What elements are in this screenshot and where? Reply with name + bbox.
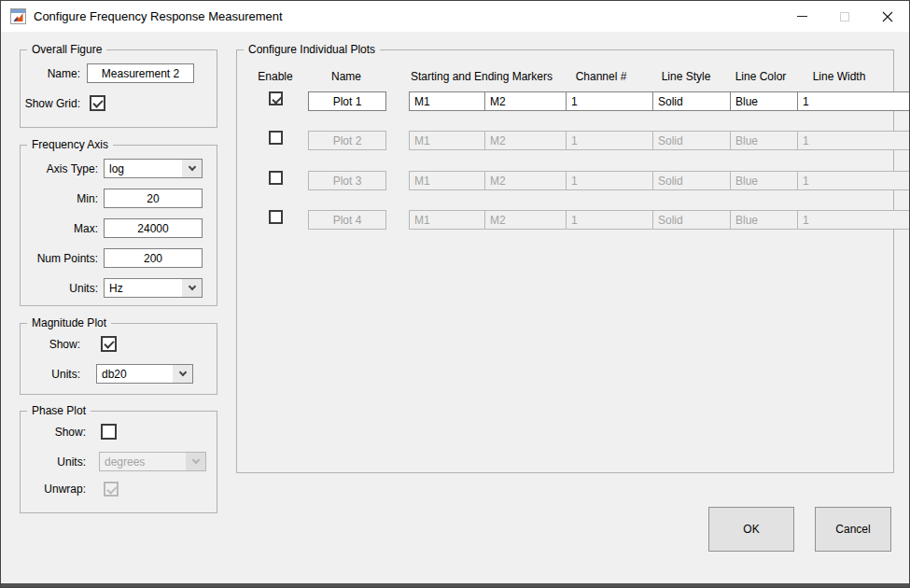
plot1-line-width-dropdown[interactable]: 1 [797,91,910,111]
title-bar: Configure Frequency Response Measurement [1,1,909,32]
unwrap-checkbox [104,482,119,497]
max-label: Max: [21,222,104,235]
plot4-enable-checkbox[interactable] [269,210,283,224]
phase-units-dropdown: degrees [99,452,206,471]
window-bottom-edge [1,583,909,587]
matlab-figure-icon [10,8,26,24]
plot-row-4: M1 M2 1 Solid [237,210,893,231]
close-button[interactable] [866,1,909,32]
magnitude-units-dropdown[interactable]: db20 [96,364,193,384]
header-line-color: Line Color [735,70,787,83]
minimize-button[interactable] [780,1,823,32]
individual-plots-group: Configure Individual Plots Enable Name S… [236,49,894,473]
window-controls [780,1,909,32]
overall-figure-group: Overall Figure Name: Show Grid: [20,49,217,128]
chevron-down-icon [186,453,205,470]
unwrap-label: Unwrap: [21,483,91,496]
minimize-icon [797,16,807,17]
phase-units-label: Units: [21,455,91,469]
magnitude-units-value: db20 [97,365,173,383]
phase-show-label: Show: [21,426,91,439]
plot3-enable-checkbox[interactable] [269,171,283,185]
header-line-style: Line Style [662,70,711,83]
phase-plot-group: Phase Plot Show: Units: degrees Unwrap: [20,411,217,513]
header-channel: Channel # [576,70,627,83]
cancel-button[interactable]: Cancel [815,507,891,552]
plot1-line-width-value: 1 [798,92,910,110]
plot2-line-width-value: 1 [798,132,910,149]
header-name: Name [331,70,361,83]
overall-figure-title: Overall Figure [27,43,106,56]
num-points-label: Num Points: [21,252,104,265]
phase-plot-title: Phase Plot [27,404,91,417]
plot2-name-input [308,131,386,150]
frequency-axis-title: Frequency Axis [27,138,113,151]
magnitude-plot-group: Magnitude Plot Show: Units: db20 [20,323,217,395]
plot-row-3: M1 M2 1 Solid [237,171,893,191]
axis-type-label: Axis Type: [21,162,104,175]
plot4-line-width-value: 1 [798,211,910,229]
magnitude-plot-title: Magnitude Plot [27,316,111,329]
num-points-input[interactable] [104,248,203,268]
plot3-line-width-value: 1 [798,172,910,189]
plot4-name-input [308,210,386,230]
min-input[interactable] [104,189,203,208]
magnitude-units-label: Units: [21,368,86,381]
header-enable: Enable [258,70,292,83]
plot1-name-input[interactable] [308,91,386,111]
figure-name-input[interactable] [87,63,194,83]
plot4-line-width-dropdown: 1 [797,210,910,230]
phase-units-value: degrees [100,453,186,470]
axis-type-value: log [105,160,182,177]
plot3-line-width-dropdown: 1 [797,171,910,190]
plot2-enable-checkbox[interactable] [269,131,283,145]
window-title: Configure Frequency Response Measurement [34,9,283,23]
chevron-down-icon [182,160,202,177]
maximize-icon [840,12,849,21]
show-grid-checkbox[interactable] [90,95,105,111]
phase-show-checkbox[interactable] [101,424,117,440]
plot2-line-width-dropdown: 1 [797,131,910,150]
maximize-button [823,1,866,32]
show-grid-label: Show Grid: [21,97,86,110]
plot1-enable-checkbox[interactable] [269,91,283,105]
dialog-body: Overall Figure Name: Show Grid: Frequenc… [1,32,909,583]
ok-button[interactable]: OK [708,507,794,552]
frequency-axis-group: Frequency Axis Axis Type: log Min: Max: [20,145,217,306]
dialog-window: Configure Frequency Response Measurement… [0,0,910,588]
plot3-name-input [308,171,386,190]
freq-units-value: Hz [105,279,182,297]
min-label: Min: [21,192,104,205]
header-line-width: Line Width [813,70,866,83]
magnitude-show-label: Show: [21,338,86,351]
name-label: Name: [21,67,86,80]
max-input[interactable] [104,218,203,238]
axis-type-dropdown[interactable]: log [104,159,203,178]
plot-row-1: M1 M2 1 Solid [237,91,893,112]
close-icon [882,11,893,22]
chevron-down-icon [182,279,202,297]
chevron-down-icon [173,365,192,383]
freq-units-dropdown[interactable]: Hz [104,278,203,298]
header-markers: Starting and Ending Markers [411,70,553,83]
plot-row-2: M1 M2 1 Solid [237,131,893,151]
magnitude-show-checkbox[interactable] [101,336,117,352]
freq-units-label: Units: [21,282,104,295]
